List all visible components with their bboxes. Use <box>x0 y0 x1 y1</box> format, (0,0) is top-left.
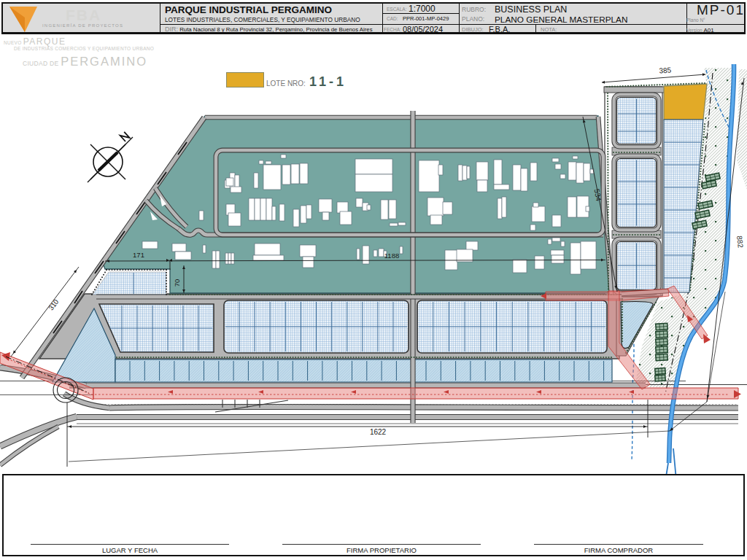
svg-text:1622: 1622 <box>370 428 387 436</box>
svg-text:1188: 1188 <box>384 252 399 260</box>
svg-text:882: 882 <box>735 236 745 249</box>
svg-text:171: 171 <box>133 251 144 259</box>
svg-text:70: 70 <box>173 279 181 287</box>
svg-text:385: 385 <box>659 66 672 74</box>
svg-text:310: 310 <box>47 298 60 311</box>
